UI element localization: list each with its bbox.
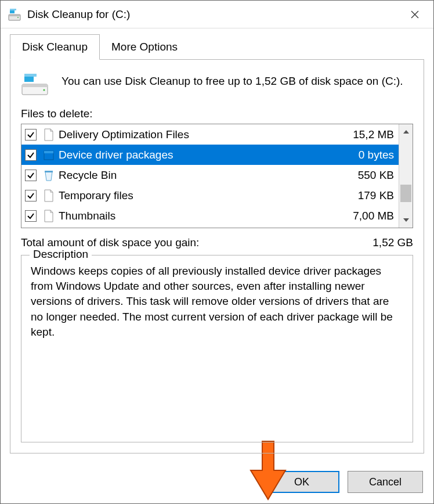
client-area: Disk Cleanup More Options You can use Di…	[1, 28, 433, 462]
scroll-up-button[interactable]	[399, 124, 413, 139]
file-checkbox[interactable]	[25, 129, 37, 141]
svg-point-8	[43, 89, 45, 91]
drive-icon	[21, 73, 49, 96]
disk-cleanup-window: Disk Cleanup for (C:) Disk Cleanup More …	[0, 0, 434, 504]
file-size: 7,00 MB	[336, 210, 394, 222]
tab-disk-cleanup[interactable]: Disk Cleanup	[10, 34, 100, 60]
ok-button[interactable]: OK	[264, 471, 339, 493]
file-name: Thumbnails	[59, 210, 332, 222]
file-size: 179 KB	[336, 189, 394, 202]
files-list-body[interactable]: Delivery Optimization Files15,2 MBDevice…	[21, 124, 399, 228]
file-row[interactable]: Recycle Bin550 KB	[21, 165, 399, 185]
file-name: Temporary files	[59, 189, 332, 202]
files-list: Delivery Optimization Files15,2 MBDevice…	[21, 124, 413, 228]
tab-panel-disk-cleanup: You can use Disk Cleanup to free up to 1…	[10, 59, 424, 453]
file-size: 0 bytes	[336, 149, 394, 161]
cancel-button[interactable]: Cancel	[348, 471, 423, 493]
window-title: Disk Cleanup for (C:)	[27, 8, 397, 21]
file-name: Delivery Optimization Files	[59, 128, 332, 141]
titlebar: Disk Cleanup for (C:)	[1, 1, 433, 28]
scroll-down-button[interactable]	[399, 213, 413, 228]
file-checkbox[interactable]	[25, 210, 37, 222]
scrollbar[interactable]	[399, 124, 413, 228]
file-type-icon	[42, 189, 55, 202]
file-row[interactable]: Thumbnails7,00 MB	[21, 206, 399, 226]
file-type-icon	[42, 210, 55, 222]
scroll-track[interactable]	[399, 139, 413, 213]
file-row[interactable]: Temporary files179 KB	[21, 185, 399, 206]
file-name: Recycle Bin	[59, 169, 332, 182]
tab-strip: Disk Cleanup More Options	[10, 34, 424, 60]
total-label: Total amount of disk space you gain:	[21, 236, 199, 249]
description-group: Description Windows keeps copies of all …	[21, 255, 413, 442]
dialog-buttons: OK Cancel	[1, 462, 433, 503]
svg-rect-13	[44, 151, 53, 153]
close-button[interactable]	[397, 1, 432, 28]
total-value: 1,52 GB	[372, 236, 413, 249]
total-row: Total amount of disk space you gain: 1,5…	[21, 236, 413, 249]
description-text: Windows keeps copies of all previously i…	[31, 264, 403, 340]
file-checkbox[interactable]	[25, 170, 37, 181]
svg-point-5	[17, 17, 19, 18]
svg-rect-1	[9, 15, 20, 16]
svg-rect-7	[22, 84, 48, 87]
file-type-icon	[42, 169, 55, 182]
file-row[interactable]: Delivery Optimization Files15,2 MB	[21, 124, 399, 145]
file-checkbox[interactable]	[25, 149, 37, 161]
file-type-icon	[42, 128, 55, 141]
intro-block: You can use Disk Cleanup to free up to 1…	[21, 73, 413, 96]
svg-rect-11	[24, 74, 37, 77]
svg-rect-14	[45, 171, 53, 172]
description-legend: Description	[30, 248, 92, 261]
files-to-delete-label: Files to delete:	[21, 107, 413, 120]
disk-cleanup-icon	[8, 8, 21, 21]
file-size: 15,2 MB	[336, 128, 394, 141]
intro-text: You can use Disk Cleanup to free up to 1…	[62, 73, 403, 89]
file-row[interactable]: Device driver packages0 bytes	[21, 145, 399, 165]
svg-rect-4	[10, 9, 16, 10]
file-checkbox[interactable]	[25, 190, 37, 201]
tab-more-options[interactable]: More Options	[100, 35, 189, 60]
file-name: Device driver packages	[59, 149, 332, 161]
scroll-thumb[interactable]	[400, 185, 411, 202]
file-type-icon	[42, 149, 55, 161]
file-size: 550 KB	[336, 169, 394, 182]
